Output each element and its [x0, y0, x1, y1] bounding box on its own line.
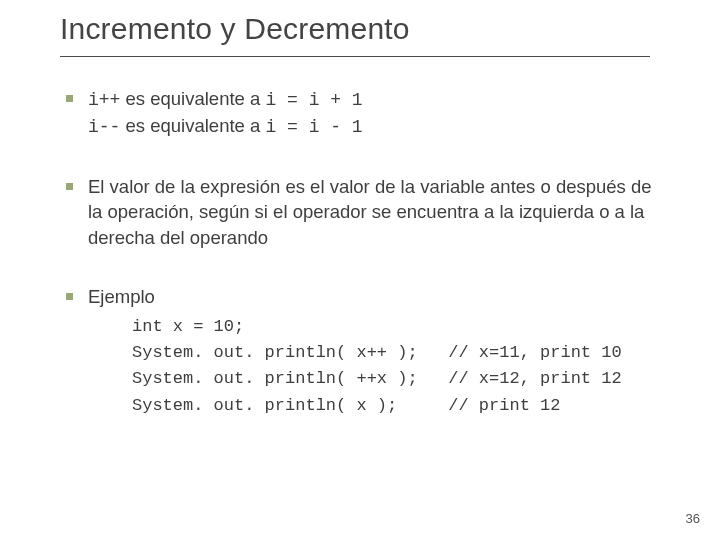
bullet-item-3: Ejemplo int x = 10; System. out. println…	[60, 284, 660, 419]
bullet-item-1: i++ es equivalente a i = i + 1 i-- es eq…	[60, 86, 660, 140]
bullet3-label: Ejemplo	[88, 286, 155, 307]
bullet-item-2: El valor de la expresión es el valor de …	[60, 174, 660, 251]
code-inline: i++	[88, 90, 120, 110]
bullet1-line2: i-- es equivalente a i = i - 1	[88, 113, 660, 140]
example-code-block: int x = 10; System. out. println( x++ );…	[132, 314, 660, 419]
page-number: 36	[686, 511, 700, 526]
code-inline: i = i + 1	[265, 90, 362, 110]
code-inline: i--	[88, 117, 120, 137]
content-area: i++ es equivalente a i = i + 1 i-- es eq…	[60, 86, 660, 453]
slide-title: Incremento y Decremento	[60, 12, 410, 46]
text-inline: es equivalente a	[120, 115, 265, 136]
bullet-list: i++ es equivalente a i = i + 1 i-- es eq…	[60, 86, 660, 419]
bullet2-text: El valor de la expresión es el valor de …	[88, 176, 652, 248]
text-inline: es equivalente a	[120, 88, 265, 109]
code-inline: i = i - 1	[265, 117, 362, 137]
bullet1-line1: i++ es equivalente a i = i + 1	[88, 86, 660, 113]
slide: Incremento y Decremento i++ es equivalen…	[0, 0, 720, 540]
title-underline	[60, 56, 650, 57]
